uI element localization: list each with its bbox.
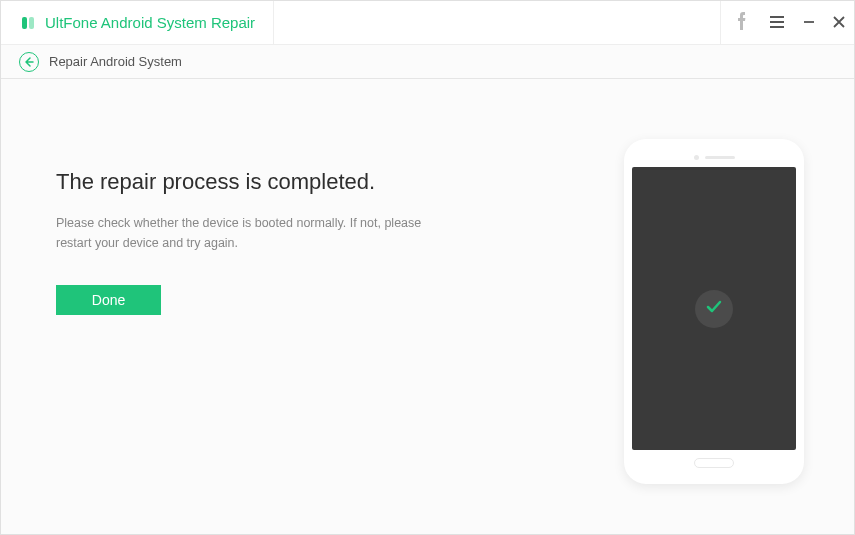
success-check-circle: [695, 290, 733, 328]
message-column: The repair process is completed. Please …: [56, 139, 584, 494]
back-button[interactable]: [19, 52, 39, 72]
minimize-icon: [803, 14, 815, 32]
done-button[interactable]: Done: [56, 285, 161, 315]
phone-camera-icon: [694, 155, 699, 160]
close-icon: [833, 14, 845, 32]
subheader: Repair Android System: [1, 45, 854, 79]
facebook-button[interactable]: [720, 1, 760, 45]
phone-top: [632, 147, 796, 167]
svg-rect-0: [22, 17, 27, 29]
close-button[interactable]: [824, 1, 854, 45]
titlebar-divider: [273, 1, 274, 45]
subheader-title: Repair Android System: [49, 54, 182, 69]
menu-button[interactable]: [760, 1, 794, 45]
app-window: UltFone Android System Repair: [0, 0, 855, 535]
completion-heading: The repair process is completed.: [56, 169, 584, 195]
titlebar-controls: [720, 1, 854, 44]
minimize-button[interactable]: [794, 1, 824, 45]
completion-subtext: Please check whether the device is boote…: [56, 213, 456, 253]
phone-speaker-icon: [705, 156, 735, 159]
app-logo-icon: [19, 14, 37, 32]
back-arrow-icon: [24, 53, 34, 71]
check-icon: [704, 297, 724, 321]
app-title: UltFone Android System Repair: [45, 14, 255, 31]
illustration-column: [624, 139, 804, 494]
titlebar: UltFone Android System Repair: [1, 1, 854, 45]
facebook-icon: [735, 11, 747, 35]
phone-illustration: [624, 139, 804, 484]
phone-home-button-icon: [694, 458, 734, 468]
menu-icon: [770, 14, 784, 32]
phone-screen: [632, 167, 796, 450]
titlebar-left: UltFone Android System Repair: [1, 14, 255, 32]
main-content: The repair process is completed. Please …: [1, 79, 854, 534]
svg-rect-1: [29, 17, 34, 29]
phone-bottom: [632, 450, 796, 476]
